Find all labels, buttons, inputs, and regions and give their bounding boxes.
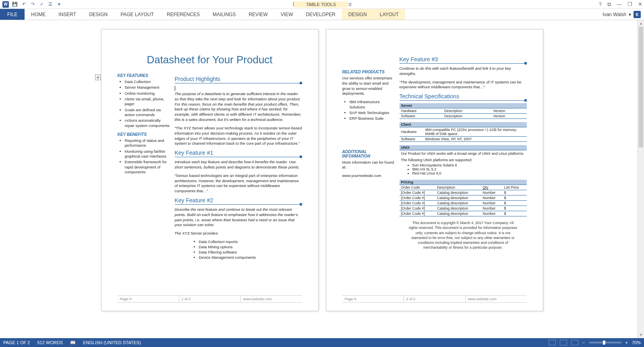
table-anchor-icon[interactable]: ✥: [95, 75, 101, 80]
tab-design[interactable]: DESIGN: [83, 9, 114, 20]
paragraph[interactable]: "Sensor based technologies are an integr…: [175, 173, 302, 194]
list-item[interactable]: Data Mining options: [199, 245, 302, 250]
related-products-list[interactable]: IBM Infrastructure Solutions SAP Web Tec…: [342, 100, 395, 121]
paragraph[interactable]: www.yourrwebsite.com: [342, 173, 395, 179]
list-item[interactable]: Server Management: [125, 85, 170, 90]
table-cell[interactable]: Qty: [481, 185, 502, 190]
pricing-table[interactable]: Pricing Order Code Description Qty List …: [400, 180, 527, 216]
scroll-up-icon[interactable]: ▲: [638, 20, 644, 27]
table-header[interactable]: Server: [400, 103, 527, 108]
tab-review[interactable]: REVIEW: [242, 9, 274, 20]
key-feature-1-hdr[interactable]: Key Feature #1: [175, 150, 302, 157]
table-cell[interactable]: Order Code: [400, 185, 436, 190]
help-icon[interactable]: ?: [599, 1, 602, 8]
file-tab[interactable]: FILE: [0, 9, 25, 20]
copyright-notice[interactable]: This document is copyright © March 4, 20…: [400, 220, 527, 250]
table-cell[interactable]: Number: [481, 195, 502, 201]
zoom-percent[interactable]: 70%: [632, 340, 641, 345]
touch-mode-icon[interactable]: ☰: [48, 2, 53, 7]
paragraph[interactable]: Our services offer enterprises the abili…: [342, 76, 395, 96]
tab-developer[interactable]: DEVELOPER: [299, 9, 342, 20]
table-cell[interactable]: Number: [481, 211, 502, 216]
table-cell[interactable]: $: [503, 206, 527, 211]
paragraph[interactable]: "The XYZ Server allows your technology s…: [175, 126, 302, 146]
restore-icon[interactable]: ❐: [627, 1, 632, 8]
list-item[interactable]: Sun Microsystems Solaris 8: [412, 163, 525, 167]
paragraph[interactable]: Describe the next feature and continue t…: [175, 207, 302, 228]
tab-home[interactable]: HOME: [25, 9, 52, 20]
key-feature-3-hdr[interactable]: Key Feature #3: [400, 56, 527, 64]
unix-table[interactable]: UNIX Our Product for UNIX works with a b…: [400, 145, 527, 177]
list-item[interactable]: Red Hat Linux 8.0: [412, 171, 525, 175]
table-cell[interactable]: Hardware: [400, 127, 424, 137]
list-item[interactable]: Extensible framework for rapid developme…: [125, 160, 170, 175]
close-icon[interactable]: ✕: [638, 1, 642, 8]
related-products-hdr[interactable]: RELATED PRODUCTS: [342, 70, 395, 74]
table-cell[interactable]: Catalog description: [435, 190, 481, 195]
table-cell[interactable]: The following UNIX platforms are support…: [400, 157, 527, 163]
table-cell[interactable]: Windows Vista, XP, NT, 2007: [424, 137, 527, 142]
key-benefits-hdr[interactable]: KEY BENEFITS: [118, 132, 170, 137]
server-table[interactable]: Server HardwareDescriptionVersion Softwa…: [400, 103, 527, 119]
key-features-list[interactable]: Data Collection Server Management Online…: [118, 79, 170, 128]
table-header[interactable]: UNIX: [400, 145, 527, 150]
table-cell[interactable]: IBM compatible PC (2Ghz processor +) 1GB…: [424, 127, 527, 137]
user-dropdown-icon[interactable]: ▾: [629, 12, 631, 17]
ribbon-display-icon[interactable]: ⧉: [607, 1, 611, 8]
table-cell[interactable]: Hardware: [400, 108, 443, 114]
table-cell[interactable]: Number: [481, 206, 502, 211]
table-tab-layout[interactable]: LAYOUT: [373, 9, 405, 20]
status-language[interactable]: ENGLISH (UNITED STATES): [83, 340, 141, 345]
user-area[interactable]: Ivan Walsh ▾ K: [603, 9, 641, 20]
table-cell[interactable]: Software: [400, 137, 424, 142]
paragraph[interactable]: More information can be found at:: [342, 160, 395, 170]
paragraph[interactable]: Introduce each key feature and describe …: [175, 160, 302, 170]
tab-mailings[interactable]: MAILINGS: [206, 9, 242, 20]
zoom-in-button[interactable]: +: [625, 340, 628, 345]
table-cell[interactable]: Description: [435, 185, 481, 190]
table-cell[interactable]: Number: [481, 201, 502, 206]
key-benefits-list[interactable]: Reporting of status and performance Moni…: [118, 138, 170, 175]
vertical-scrollbar[interactable]: ▲ ▼: [638, 20, 644, 338]
table-tab-design[interactable]: DESIGN: [342, 9, 373, 20]
status-word-count[interactable]: 512 WORDS: [37, 340, 63, 345]
undo-icon[interactable]: ↶: [21, 2, 27, 7]
scroll-thumb[interactable]: [639, 27, 643, 148]
technical-spec-hdr[interactable]: Technical Specifications: [400, 93, 527, 101]
table-cell[interactable]: [Order Code #]: [400, 206, 436, 211]
list-item[interactable]: IBM AIX 5L 5.2: [412, 167, 525, 171]
document-canvas[interactable]: ✥ Datasheet for Your Product KEY FEATURE…: [0, 20, 644, 338]
table-cell[interactable]: Description: [443, 114, 491, 119]
list-item[interactable]: Reporting of status and performance: [125, 138, 170, 148]
proofing-icon[interactable]: 📖: [70, 340, 76, 345]
save-icon[interactable]: 💾: [12, 2, 18, 7]
product-highlights-hdr[interactable]: Product Highlights: [175, 76, 302, 83]
scroll-down-icon[interactable]: ▼: [638, 332, 644, 338]
list-item[interactable]: Actions automatically repair system comp…: [125, 118, 170, 128]
feature-bullets[interactable]: Data Collection reports Data Mining opti…: [175, 239, 302, 260]
zoom-out-button[interactable]: −: [582, 340, 585, 345]
key-features-hdr[interactable]: KEY FEATURES: [118, 73, 170, 78]
list-item[interactable]: Monitoring using fat/thin graphical user…: [125, 149, 170, 159]
table-cell[interactable]: Description: [443, 108, 491, 114]
paragraph[interactable]: Continue to do this with each feature/be…: [400, 66, 527, 77]
client-table[interactable]: Client HardwareIBM compatible PC (2Ghz p…: [400, 122, 527, 142]
table-cell[interactable]: Catalog description: [435, 201, 481, 206]
paragraph[interactable]: The XYZ Server provides:: [175, 231, 302, 236]
tab-insert[interactable]: INSERT: [52, 9, 83, 20]
tab-view[interactable]: VIEW: [274, 9, 300, 20]
list-item[interactable]: Online monitoring: [125, 91, 170, 96]
table-cell[interactable]: Version: [491, 114, 526, 119]
zoom-slider[interactable]: [589, 342, 621, 343]
table-cell[interactable]: $: [503, 195, 527, 201]
table-cell[interactable]: [Order Code #]: [400, 211, 436, 216]
table-cell[interactable]: Sun Microsystems Solaris 8 IBM AIX 5L 5.…: [400, 163, 527, 177]
text-cursor[interactable]: [175, 86, 302, 91]
table-header[interactable]: Pricing: [400, 180, 527, 185]
table-cell[interactable]: Version: [491, 108, 526, 114]
minimize-icon[interactable]: —: [617, 1, 622, 8]
list-item[interactable]: ERP Business Suite: [350, 116, 395, 121]
web-layout-icon[interactable]: [571, 340, 578, 345]
qat-more-icon[interactable]: ▾: [56, 2, 62, 7]
paragraph[interactable]: The purpose of a datasheet is to generat…: [175, 91, 302, 123]
